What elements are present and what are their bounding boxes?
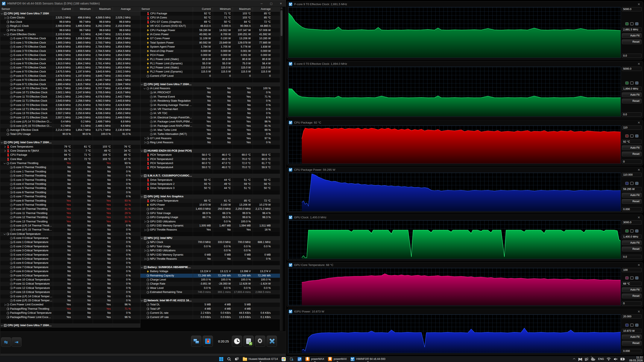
sensor-row[interactable]: Current UP rate0.0 KB/s0.0 KB/s13.5 KB/s…	[140, 315, 280, 319]
sensor-row[interactable]: IGPU Power10.873 W0.183 W13.206 W10.279 …	[140, 203, 280, 207]
onedrive-paused-icon[interactable]	[591, 358, 595, 361]
graph-color-swatch[interactable]	[625, 22, 628, 25]
chevron-down-icon[interactable]	[141, 149, 143, 152]
taskbar-item-snip[interactable]	[288, 356, 296, 362]
auto-fit-button[interactable]: Auto Fit	[622, 240, 642, 245]
sensor-row[interactable]: P-core 10 T0 Effective Clock2,501.7 MHz2…	[0, 86, 140, 90]
sensor-row[interactable]: E-core (LP) 15 T0 Effective Clock0.2 MHz…	[0, 124, 140, 128]
graph-color-swatch[interactable]	[625, 324, 628, 327]
taskbar-item-start[interactable]	[217, 356, 225, 362]
chevron-down-icon[interactable]	[141, 299, 143, 301]
current-value-box[interactable]: 10.873 W	[622, 329, 642, 333]
maximize-button[interactable]: ▢	[266, 0, 276, 7]
sensor-row[interactable]: IA: Package-Level RAPL/PBM P...YesNoYes9…	[140, 120, 280, 124]
taskbar-item-chartapp[interactable]	[296, 356, 304, 362]
sensor-row[interactable]: E-core 6 Thermal ThrottlingNoNoNo0 %	[0, 190, 140, 195]
graph-color-swatch[interactable]	[625, 134, 628, 137]
background-color-swatch[interactable]	[630, 81, 634, 84]
sensor-row[interactable]: Total DL5 MB4 MB5 MB	[140, 303, 280, 307]
table-header[interactable]: SensorCurrentMinimumMaximumAverage	[0, 7, 140, 11]
graph-close-icon[interactable]: ✕	[636, 121, 641, 125]
sensor-row[interactable]: PCH Temperature58.0 °C46.0 °C69.0 °C59.6…	[140, 153, 280, 157]
taskbar-item-store[interactable]	[280, 356, 288, 362]
sensor-row[interactable]: P-core 11 T1 Effective Clock2,543.9 MHz2…	[0, 99, 140, 103]
reset-button[interactable]: Reset	[622, 247, 642, 251]
taskbar-clock[interactable]: 11:22 09.03.2026	[629, 356, 643, 362]
sensor-row[interactable]: P-core 13 Critical TemperatureNoNoNo0 %	[0, 290, 140, 294]
sensor-row[interactable]: PL2 Power Limit (Static)115.0 W115.0 W11…	[140, 66, 280, 70]
chevron-right-icon[interactable]	[4, 304, 6, 306]
sensor-row[interactable]: Wear Level0.0 %0.0 %0.0 %0.0 %	[140, 286, 280, 290]
sensor-row[interactable]: E-core 2 Thermal ThrottlingNoNoNo0 %	[0, 174, 140, 178]
exit-button[interactable]	[266, 336, 277, 347]
chevron-right-icon[interactable]	[4, 146, 6, 148]
chevron-down-icon[interactable]	[141, 175, 143, 177]
sensor-row[interactable]: Total UP4 MB4 MB4 MB	[140, 307, 280, 311]
sensor-row[interactable]: Total CPU Usage90.9 %90.9 %100.0 %91.0 %	[0, 132, 140, 136]
taskbar-item-folder[interactable]: Huawei MateBook GT14	[241, 356, 280, 362]
sensor-row[interactable]: P-core 13 Thermal ThrottlingYesNoYes30 %	[0, 220, 140, 224]
background-color-swatch[interactable]	[630, 230, 634, 233]
reset-button[interactable]: Reset	[622, 294, 642, 298]
section-header-row[interactable]: CPU [#0]: Intel Core Ultra 7 155H: Perfo…	[140, 82, 280, 86]
tray-sliders-icon[interactable]	[585, 358, 588, 360]
sensor-row[interactable]: Drive Temperature 255 °C49 °C59 °C56 °C	[140, 182, 280, 186]
current-value-box[interactable]: 2,691.5 MHz	[622, 27, 642, 32]
sensor-row[interactable]: P-core 12 T1 Effective Clock2,538.9 MHz2…	[0, 107, 140, 111]
sensor-row[interactable]: PCH Temperature259.0 °C46.0 °C70.0 °C60.…	[140, 157, 280, 161]
sensor-row[interactable]: IA Cores Power43.081 W8.700 W100.251 W41…	[140, 32, 280, 36]
scroll-up-icon[interactable]	[280, 7, 283, 10]
sensor-row[interactable]: PCH Power0.000 W0.000 W0.001 W0.000 W	[140, 53, 280, 57]
sensor-row[interactable]: Ring Limit ReasonsNoNoYes0 %	[140, 140, 280, 145]
sensor-row[interactable]: P-core 10 Critical TemperatureNoNoNo0 %	[0, 278, 140, 282]
scale-max-value[interactable]: 110	[622, 125, 642, 130]
close-button[interactable]: ✕	[276, 0, 286, 7]
sensor-row[interactable]: GPU Clock1,400.0 MHz250.0 MHz2,250.0 MHz…	[140, 207, 280, 211]
graph-close-icon[interactable]: ✕	[636, 310, 641, 314]
reset-button[interactable]: Reset	[622, 152, 642, 156]
chevron-right-icon[interactable]	[4, 150, 6, 152]
sensor-row[interactable]: P-core 10 Thermal ThrottlingYesNoYes31 %	[0, 207, 140, 211]
sensor-row[interactable]: PL2 Power Limit (Dynamic)115.5 W115.5 W1…	[140, 70, 280, 74]
chevron-down-icon[interactable]	[141, 83, 143, 85]
sensor-row[interactable]: GT Cores Power11.108 W0.150 W13.206 W10.…	[140, 36, 280, 40]
sensor-row[interactable]: Core Power Limit ExceededYesNoYes96 %	[0, 303, 140, 307]
volume-muted-icon[interactable]	[614, 358, 618, 361]
graph-panel-titlebar[interactable]: GPU Clock: 1,400.0 MHz ✕	[287, 215, 643, 220]
section-header-row[interactable]: GPU [#0]: Intel Arc Graphics	[140, 195, 280, 199]
sensor-row[interactable]: P-core 10 T1 Effective Clock2,502.1 MHz2…	[0, 90, 140, 95]
auto-fit-button[interactable]: Auto Fit	[622, 287, 642, 292]
scale-max-value[interactable]: 3000.0	[622, 220, 642, 225]
scale-min-value[interactable]: 0.000	[622, 207, 642, 211]
sensor-row[interactable]: E-core 5 Critical TemperatureNoNoNo0 %	[0, 257, 140, 261]
chevron-down-icon[interactable]	[1, 12, 3, 14]
grid-color-swatch[interactable]	[635, 81, 638, 84]
section-header-row[interactable]: Network: Intel Wi-Fi 6E AX211 160MHz - Б…	[140, 299, 280, 303]
chevron-right-icon[interactable]	[144, 229, 146, 231]
sensor-row[interactable]: IA Limit ReasonsYesNoYes100 %	[140, 86, 280, 90]
sensor-row[interactable]: Remaining Capacity72.248 Wh72.248 Wh72.2…	[140, 274, 280, 278]
sensor-row[interactable]: CPU Package94 °C71 °C104 °C85 °C	[0, 153, 140, 157]
auto-fit-button[interactable]: Auto Fit	[622, 335, 642, 339]
sensor-row[interactable]: E-core 2 Critical TemperatureNoNoNo0 %	[0, 245, 140, 249]
background-color-swatch[interactable]	[630, 22, 634, 25]
scale-min-value[interactable]: 0	[622, 160, 642, 164]
reset-button[interactable]: Reset	[622, 39, 642, 44]
graph-panel-titlebar[interactable]: E-core 0 T0 Effective Clock: 1,894.0 MHz…	[287, 61, 643, 66]
sensor-row[interactable]: E-core 4 Thermal ThrottlingNoNoNo0 %	[0, 182, 140, 186]
column-header-current[interactable]: Current	[193, 7, 213, 11]
sensor-row[interactable]: Core Effective Clocks2,103.6 MHz0.1 MHz4…	[0, 32, 140, 36]
section-header-row[interactable]: CPU [#0]: Intel Core Ultra 7 155H: Enhan…	[0, 323, 140, 328]
sensor-row[interactable]: IA: PROCHOTNoNoNo0 %	[140, 90, 280, 95]
background-color-swatch[interactable]	[630, 182, 634, 185]
sensor-row[interactable]: GT Limit ReasonsYesNoYes97 %	[140, 136, 280, 140]
graph-panel-titlebar[interactable]: CPU Package Power: 59.295 W ✕	[287, 167, 643, 172]
sensor-row[interactable]: E-core 6 Critical TemperatureNoNoNo0 %	[0, 261, 140, 265]
chevron-right-icon[interactable]	[144, 250, 146, 252]
sensor-row[interactable]: System Agent Power1.784 W1.705 W5.776 W1…	[140, 45, 280, 49]
taskbar-item-taskview[interactable]	[233, 356, 241, 362]
section-header-row[interactable]: NPU [#1]: Intel NPU	[140, 236, 280, 240]
graph-close-icon[interactable]: ✕	[636, 62, 641, 66]
scale-min-value[interactable]: 0.0	[622, 112, 642, 117]
vertical-scrollbar[interactable]	[280, 7, 283, 331]
